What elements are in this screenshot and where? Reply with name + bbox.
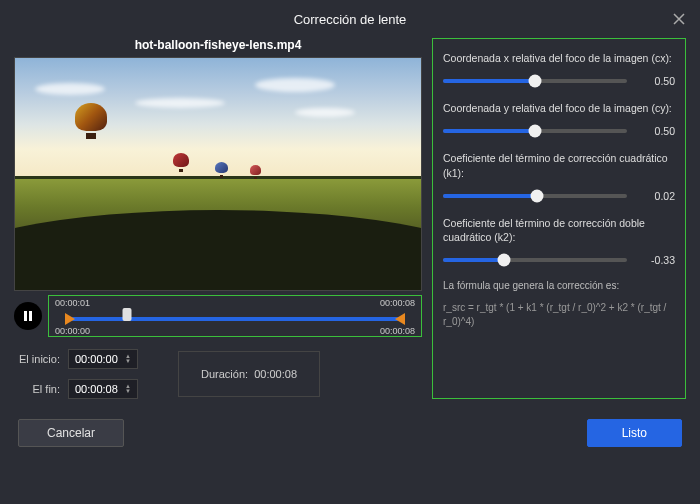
trim-end-handle[interactable] bbox=[395, 313, 405, 325]
end-label: El fin: bbox=[14, 383, 60, 395]
filename-label: hot-balloon-fisheye-lens.mp4 bbox=[14, 38, 422, 52]
k1-value: 0.02 bbox=[637, 190, 675, 202]
k2-slider[interactable] bbox=[443, 258, 627, 262]
dialog-title: Corrección de lente bbox=[294, 12, 407, 27]
cx-label: Coordenada x relativa del foco de la ima… bbox=[443, 51, 675, 65]
cancel-button[interactable]: Cancelar bbox=[18, 419, 124, 447]
svg-rect-0 bbox=[24, 311, 27, 321]
done-button[interactable]: Listo bbox=[587, 419, 682, 447]
preview-panel: hot-balloon-fisheye-lens.mp4 bbox=[14, 38, 422, 399]
k2-value: -0.33 bbox=[637, 254, 675, 266]
svg-rect-1 bbox=[29, 311, 32, 321]
k1-slider[interactable] bbox=[443, 194, 627, 198]
trim-start-handle[interactable] bbox=[65, 313, 75, 325]
cx-value: 0.50 bbox=[637, 75, 675, 87]
parameters-panel: Coordenada x relativa del foco de la ima… bbox=[432, 38, 686, 399]
cx-slider[interactable] bbox=[443, 79, 627, 83]
playhead[interactable] bbox=[123, 308, 132, 321]
timeline-total: 00:00:08 bbox=[380, 298, 415, 310]
timeline-track[interactable] bbox=[55, 310, 415, 326]
timeline-end-marker: 00:00:08 bbox=[380, 326, 415, 336]
timeline-start-marker: 00:00:00 bbox=[55, 326, 90, 336]
close-icon[interactable] bbox=[670, 10, 688, 28]
timeline: 00:00:01 00:00:08 00:00:00 00:00:08 bbox=[48, 295, 422, 337]
formula-label: La fórmula que genera la corrección es: bbox=[443, 280, 675, 291]
k1-label: Coeficiente del término de corrección cu… bbox=[443, 151, 675, 179]
cy-slider[interactable] bbox=[443, 129, 627, 133]
end-time-input[interactable]: 00:00:08 ▲▼ bbox=[68, 379, 138, 399]
timeline-current: 00:00:01 bbox=[55, 298, 90, 310]
start-label: El inicio: bbox=[14, 353, 60, 365]
title-bar: Corrección de lente bbox=[0, 0, 700, 38]
formula-text: r_src = r_tgt * (1 + k1 * (r_tgt / r_0)^… bbox=[443, 301, 675, 329]
video-preview[interactable] bbox=[14, 57, 422, 291]
cy-label: Coordenada y relativa del foco de la ima… bbox=[443, 101, 675, 115]
spinner-icon[interactable]: ▲▼ bbox=[125, 384, 131, 394]
pause-button[interactable] bbox=[14, 302, 42, 330]
duration-display: Duración: 00:00:08 bbox=[178, 351, 320, 397]
k2-label: Coeficiente del término de corrección do… bbox=[443, 216, 675, 244]
spinner-icon[interactable]: ▲▼ bbox=[125, 354, 131, 364]
lens-correction-dialog: Corrección de lente hot-balloon-fisheye-… bbox=[0, 0, 700, 504]
start-time-input[interactable]: 00:00:00 ▲▼ bbox=[68, 349, 138, 369]
cy-value: 0.50 bbox=[637, 125, 675, 137]
